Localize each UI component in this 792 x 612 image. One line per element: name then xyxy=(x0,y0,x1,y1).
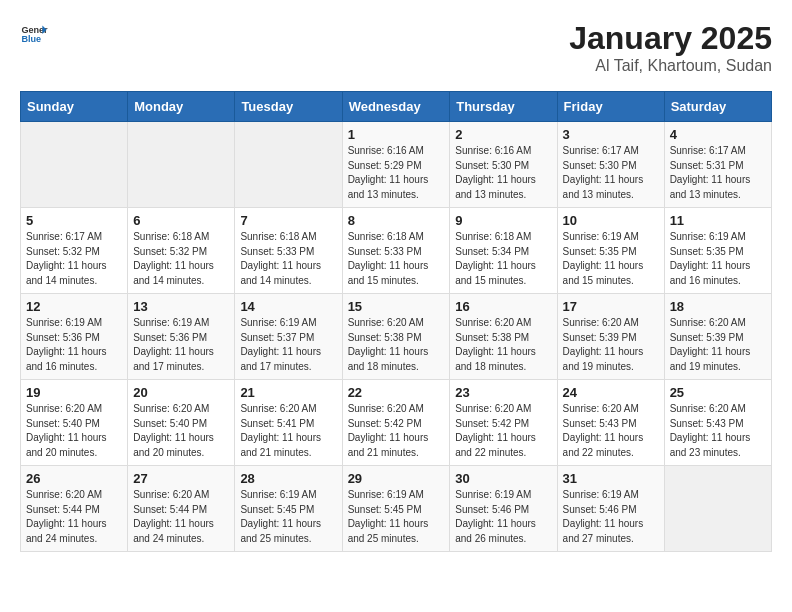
day-info: Sunrise: 6:18 AM Sunset: 5:33 PM Dayligh… xyxy=(348,230,445,288)
calendar-cell: 15Sunrise: 6:20 AM Sunset: 5:38 PM Dayli… xyxy=(342,294,450,380)
day-number: 24 xyxy=(563,385,659,400)
day-number: 1 xyxy=(348,127,445,142)
calendar-week-5: 26Sunrise: 6:20 AM Sunset: 5:44 PM Dayli… xyxy=(21,466,772,552)
day-number: 6 xyxy=(133,213,229,228)
calendar-cell: 12Sunrise: 6:19 AM Sunset: 5:36 PM Dayli… xyxy=(21,294,128,380)
day-number: 4 xyxy=(670,127,766,142)
day-number: 16 xyxy=(455,299,551,314)
day-number: 9 xyxy=(455,213,551,228)
day-info: Sunrise: 6:18 AM Sunset: 5:33 PM Dayligh… xyxy=(240,230,336,288)
calendar-cell: 7Sunrise: 6:18 AM Sunset: 5:33 PM Daylig… xyxy=(235,208,342,294)
day-info: Sunrise: 6:20 AM Sunset: 5:44 PM Dayligh… xyxy=(26,488,122,546)
day-info: Sunrise: 6:20 AM Sunset: 5:43 PM Dayligh… xyxy=(670,402,766,460)
weekday-header-saturday: Saturday xyxy=(664,92,771,122)
calendar-cell: 13Sunrise: 6:19 AM Sunset: 5:36 PM Dayli… xyxy=(128,294,235,380)
calendar-cell: 19Sunrise: 6:20 AM Sunset: 5:40 PM Dayli… xyxy=(21,380,128,466)
day-number: 20 xyxy=(133,385,229,400)
calendar-cell: 8Sunrise: 6:18 AM Sunset: 5:33 PM Daylig… xyxy=(342,208,450,294)
day-number: 2 xyxy=(455,127,551,142)
day-number: 27 xyxy=(133,471,229,486)
calendar-cell: 18Sunrise: 6:20 AM Sunset: 5:39 PM Dayli… xyxy=(664,294,771,380)
calendar-week-2: 5Sunrise: 6:17 AM Sunset: 5:32 PM Daylig… xyxy=(21,208,772,294)
calendar-cell: 22Sunrise: 6:20 AM Sunset: 5:42 PM Dayli… xyxy=(342,380,450,466)
calendar-week-4: 19Sunrise: 6:20 AM Sunset: 5:40 PM Dayli… xyxy=(21,380,772,466)
page-title: January 2025 xyxy=(569,20,772,57)
calendar-cell: 11Sunrise: 6:19 AM Sunset: 5:35 PM Dayli… xyxy=(664,208,771,294)
day-info: Sunrise: 6:20 AM Sunset: 5:38 PM Dayligh… xyxy=(455,316,551,374)
calendar-cell: 9Sunrise: 6:18 AM Sunset: 5:34 PM Daylig… xyxy=(450,208,557,294)
day-number: 17 xyxy=(563,299,659,314)
calendar-cell: 17Sunrise: 6:20 AM Sunset: 5:39 PM Dayli… xyxy=(557,294,664,380)
day-number: 21 xyxy=(240,385,336,400)
day-number: 5 xyxy=(26,213,122,228)
day-info: Sunrise: 6:19 AM Sunset: 5:46 PM Dayligh… xyxy=(455,488,551,546)
day-info: Sunrise: 6:18 AM Sunset: 5:34 PM Dayligh… xyxy=(455,230,551,288)
calendar-week-1: 1Sunrise: 6:16 AM Sunset: 5:29 PM Daylig… xyxy=(21,122,772,208)
logo: General Blue xyxy=(20,20,48,48)
logo-icon: General Blue xyxy=(20,20,48,48)
day-info: Sunrise: 6:19 AM Sunset: 5:35 PM Dayligh… xyxy=(563,230,659,288)
day-number: 18 xyxy=(670,299,766,314)
day-info: Sunrise: 6:20 AM Sunset: 5:43 PM Dayligh… xyxy=(563,402,659,460)
calendar-cell: 30Sunrise: 6:19 AM Sunset: 5:46 PM Dayli… xyxy=(450,466,557,552)
day-info: Sunrise: 6:17 AM Sunset: 5:32 PM Dayligh… xyxy=(26,230,122,288)
day-info: Sunrise: 6:20 AM Sunset: 5:44 PM Dayligh… xyxy=(133,488,229,546)
calendar-cell: 5Sunrise: 6:17 AM Sunset: 5:32 PM Daylig… xyxy=(21,208,128,294)
calendar-cell: 1Sunrise: 6:16 AM Sunset: 5:29 PM Daylig… xyxy=(342,122,450,208)
calendar-cell: 10Sunrise: 6:19 AM Sunset: 5:35 PM Dayli… xyxy=(557,208,664,294)
calendar-week-3: 12Sunrise: 6:19 AM Sunset: 5:36 PM Dayli… xyxy=(21,294,772,380)
day-info: Sunrise: 6:19 AM Sunset: 5:46 PM Dayligh… xyxy=(563,488,659,546)
calendar-cell: 6Sunrise: 6:18 AM Sunset: 5:32 PM Daylig… xyxy=(128,208,235,294)
page-header: General Blue January 2025 Al Taif, Khart… xyxy=(20,20,772,75)
calendar-cell xyxy=(664,466,771,552)
day-info: Sunrise: 6:19 AM Sunset: 5:45 PM Dayligh… xyxy=(240,488,336,546)
day-number: 13 xyxy=(133,299,229,314)
day-info: Sunrise: 6:19 AM Sunset: 5:45 PM Dayligh… xyxy=(348,488,445,546)
day-number: 19 xyxy=(26,385,122,400)
day-info: Sunrise: 6:16 AM Sunset: 5:30 PM Dayligh… xyxy=(455,144,551,202)
calendar-cell: 20Sunrise: 6:20 AM Sunset: 5:40 PM Dayli… xyxy=(128,380,235,466)
calendar-cell xyxy=(21,122,128,208)
day-number: 25 xyxy=(670,385,766,400)
day-number: 29 xyxy=(348,471,445,486)
day-info: Sunrise: 6:20 AM Sunset: 5:41 PM Dayligh… xyxy=(240,402,336,460)
day-number: 31 xyxy=(563,471,659,486)
weekday-header-monday: Monday xyxy=(128,92,235,122)
calendar-cell: 24Sunrise: 6:20 AM Sunset: 5:43 PM Dayli… xyxy=(557,380,664,466)
title-block: January 2025 Al Taif, Khartoum, Sudan xyxy=(569,20,772,75)
day-info: Sunrise: 6:17 AM Sunset: 5:31 PM Dayligh… xyxy=(670,144,766,202)
day-info: Sunrise: 6:20 AM Sunset: 5:40 PM Dayligh… xyxy=(26,402,122,460)
day-number: 12 xyxy=(26,299,122,314)
day-info: Sunrise: 6:20 AM Sunset: 5:38 PM Dayligh… xyxy=(348,316,445,374)
weekday-header-tuesday: Tuesday xyxy=(235,92,342,122)
weekday-header-sunday: Sunday xyxy=(21,92,128,122)
weekday-header-friday: Friday xyxy=(557,92,664,122)
calendar-cell: 2Sunrise: 6:16 AM Sunset: 5:30 PM Daylig… xyxy=(450,122,557,208)
calendar-cell: 4Sunrise: 6:17 AM Sunset: 5:31 PM Daylig… xyxy=(664,122,771,208)
calendar-cell: 26Sunrise: 6:20 AM Sunset: 5:44 PM Dayli… xyxy=(21,466,128,552)
calendar-cell: 27Sunrise: 6:20 AM Sunset: 5:44 PM Dayli… xyxy=(128,466,235,552)
calendar-cell xyxy=(235,122,342,208)
weekday-header-row: SundayMondayTuesdayWednesdayThursdayFrid… xyxy=(21,92,772,122)
weekday-header-thursday: Thursday xyxy=(450,92,557,122)
calendar-cell xyxy=(128,122,235,208)
calendar-cell: 25Sunrise: 6:20 AM Sunset: 5:43 PM Dayli… xyxy=(664,380,771,466)
calendar-cell: 28Sunrise: 6:19 AM Sunset: 5:45 PM Dayli… xyxy=(235,466,342,552)
day-number: 22 xyxy=(348,385,445,400)
calendar-cell: 23Sunrise: 6:20 AM Sunset: 5:42 PM Dayli… xyxy=(450,380,557,466)
page-subtitle: Al Taif, Khartoum, Sudan xyxy=(569,57,772,75)
day-info: Sunrise: 6:20 AM Sunset: 5:42 PM Dayligh… xyxy=(455,402,551,460)
day-info: Sunrise: 6:20 AM Sunset: 5:39 PM Dayligh… xyxy=(670,316,766,374)
svg-text:Blue: Blue xyxy=(21,34,41,44)
day-number: 28 xyxy=(240,471,336,486)
day-number: 26 xyxy=(26,471,122,486)
day-number: 10 xyxy=(563,213,659,228)
day-info: Sunrise: 6:19 AM Sunset: 5:36 PM Dayligh… xyxy=(26,316,122,374)
day-number: 8 xyxy=(348,213,445,228)
calendar-cell: 14Sunrise: 6:19 AM Sunset: 5:37 PM Dayli… xyxy=(235,294,342,380)
day-info: Sunrise: 6:20 AM Sunset: 5:39 PM Dayligh… xyxy=(563,316,659,374)
calendar-cell: 31Sunrise: 6:19 AM Sunset: 5:46 PM Dayli… xyxy=(557,466,664,552)
day-info: Sunrise: 6:20 AM Sunset: 5:40 PM Dayligh… xyxy=(133,402,229,460)
day-info: Sunrise: 6:20 AM Sunset: 5:42 PM Dayligh… xyxy=(348,402,445,460)
day-number: 14 xyxy=(240,299,336,314)
